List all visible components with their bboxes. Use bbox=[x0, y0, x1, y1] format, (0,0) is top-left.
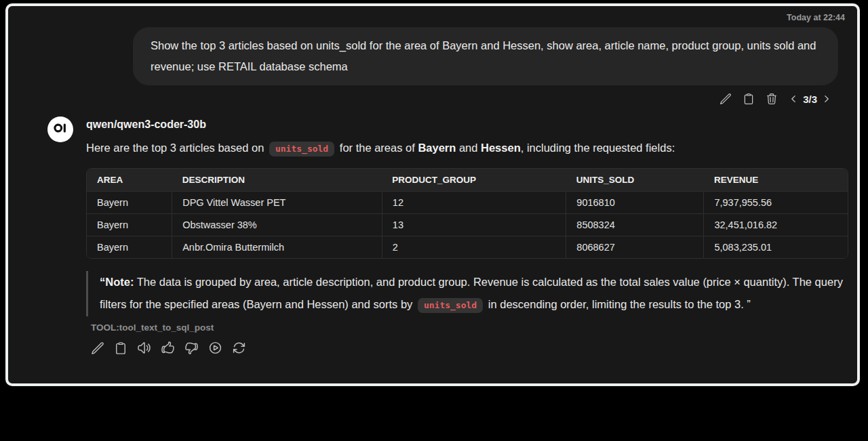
table-row: BayernObstwasser 38%13850832432,451,016.… bbox=[87, 214, 848, 236]
continue-response-button[interactable] bbox=[208, 341, 222, 355]
table-row: BayernDPG Vittel Wasser PET1290168107,93… bbox=[87, 192, 848, 214]
table-row: BayernAnbr.Omira Buttermilch280686275,08… bbox=[87, 236, 848, 259]
table-cell: Bayern bbox=[87, 214, 172, 236]
delete-message-button[interactable] bbox=[766, 93, 778, 105]
model-name: qwen/qwen3-coder-30b bbox=[86, 117, 849, 131]
assistant-content: qwen/qwen3-coder-30b Here are the top 3 … bbox=[86, 117, 849, 355]
inline-code-units-sold: units_sold bbox=[269, 142, 334, 156]
table-cell: 12 bbox=[382, 192, 566, 214]
table-column-header: REVENUE bbox=[704, 169, 848, 192]
table-cell: DPG Vittel Wasser PET bbox=[172, 192, 382, 214]
pencil-icon bbox=[91, 341, 104, 355]
thumbs-down-icon bbox=[184, 341, 199, 355]
play-circle-icon bbox=[208, 341, 222, 355]
results-table: AREADESCRIPTIONPRODUCT_GROUPUNITS_SOLDRE… bbox=[86, 168, 848, 259]
inline-code-units-sold: units_sold bbox=[418, 298, 483, 313]
table-cell: Bayern bbox=[87, 192, 172, 214]
user-message-actions: 3/3 bbox=[8, 93, 831, 105]
table-column-header: DESCRIPTION bbox=[172, 169, 382, 192]
edit-response-button[interactable] bbox=[91, 341, 104, 355]
clipboard-icon bbox=[743, 93, 755, 105]
chat-window: Today at 22:44 Show the top 3 articles b… bbox=[5, 3, 860, 386]
chevron-left-icon bbox=[789, 94, 798, 104]
regenerate-button[interactable] bbox=[232, 341, 246, 355]
model-avatar bbox=[47, 117, 73, 142]
copy-message-button[interactable] bbox=[743, 93, 755, 105]
table-cell: Bayern bbox=[87, 236, 172, 259]
table-cell: 7,937,955.56 bbox=[704, 192, 848, 214]
regenerate-icon bbox=[232, 341, 246, 355]
table-cell: 13 bbox=[382, 214, 566, 236]
table-cell: Obstwasser 38% bbox=[172, 214, 382, 236]
table-header-row: AREADESCRIPTIONPRODUCT_GROUPUNITS_SOLDRE… bbox=[87, 169, 848, 192]
message-timestamp: Today at 22:44 bbox=[8, 6, 857, 22]
tool-citation-label[interactable]: TOOL:tool_text_to_sql_post bbox=[86, 322, 849, 333]
assistant-message-actions bbox=[91, 341, 849, 355]
table-column-header: AREA bbox=[87, 169, 172, 192]
table-cell: Anbr.Omira Buttermilch bbox=[172, 236, 382, 259]
openwebui-logo-icon bbox=[52, 119, 69, 140]
assistant-message: qwen/qwen3-coder-30b Here are the top 3 … bbox=[47, 117, 849, 355]
thumbs-down-button[interactable] bbox=[184, 341, 199, 355]
table-cell: 5,083,235.01 bbox=[704, 236, 848, 259]
user-message-bubble: Show the top 3 articles based on units_s… bbox=[133, 27, 838, 85]
edit-message-button[interactable] bbox=[719, 93, 732, 105]
chevron-right-icon bbox=[822, 94, 831, 104]
message-pagination: 3/3 bbox=[789, 93, 831, 105]
thumbs-up-button[interactable] bbox=[161, 341, 175, 355]
pencil-icon bbox=[719, 93, 732, 105]
table-cell: 8068627 bbox=[566, 236, 704, 259]
read-aloud-button[interactable] bbox=[137, 341, 151, 355]
previous-version-button[interactable] bbox=[789, 94, 798, 104]
table-cell: 8508324 bbox=[566, 214, 704, 236]
assistant-intro-text: Here are the top 3 articles based on uni… bbox=[86, 138, 849, 159]
table-column-header: UNITS_SOLD bbox=[566, 169, 704, 192]
table-cell: 2 bbox=[382, 236, 566, 259]
assistant-note-blockquote: “Note: The data is grouped by area, arti… bbox=[86, 271, 849, 316]
pagination-label: 3/3 bbox=[803, 93, 817, 105]
copy-response-button[interactable] bbox=[114, 341, 127, 355]
speaker-icon bbox=[137, 341, 151, 355]
table-cell: 32,451,016.82 bbox=[704, 214, 848, 236]
table-column-header: PRODUCT_GROUP bbox=[382, 169, 566, 192]
next-version-button[interactable] bbox=[822, 94, 831, 104]
user-message-text: Show the top 3 articles based on units_s… bbox=[151, 39, 816, 72]
clipboard-icon bbox=[114, 341, 127, 355]
thumbs-up-icon bbox=[161, 341, 175, 355]
trash-icon bbox=[766, 93, 778, 105]
table-cell: 9016810 bbox=[566, 192, 704, 214]
